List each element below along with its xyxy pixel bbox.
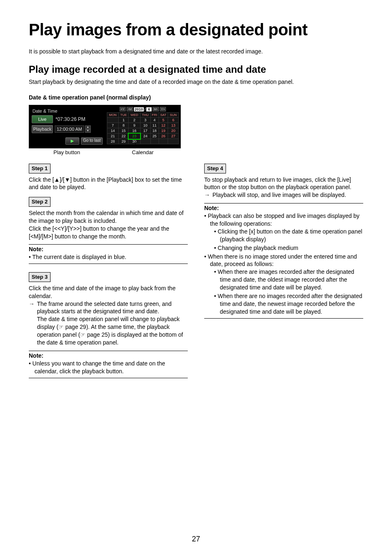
note3-b1a: Clicking the [x] button on the date & ti…: [220, 228, 363, 243]
note2-title: Note:: [29, 351, 188, 360]
calendar-selected-day[interactable]: 23: [129, 134, 140, 139]
section-title: Play image recorded at a designated time…: [29, 64, 363, 75]
date-time-panel: Date & Time Live *07:30:26 PM Playback 1…: [29, 105, 363, 155]
note1-bullet: The current date is displayed in blue.: [35, 253, 188, 261]
section-intro: Start playback by designating the time a…: [29, 79, 363, 85]
calendar-grid[interactable]: MON TUE WED THU FRI SAT SUN 123456 78910…: [107, 112, 179, 144]
note3-b1b: Changing the playback medium: [220, 244, 363, 252]
time-up-button[interactable]: ▲: [85, 125, 91, 129]
arrow-icon: →: [29, 300, 37, 347]
calendar-year: 2010: [134, 107, 144, 111]
page-title: Play images from a designated point: [29, 21, 363, 39]
play-button[interactable]: ▶: [65, 137, 79, 145]
step4-text: To stop playback and return to live imag…: [204, 176, 363, 192]
step1-label: Step 1: [29, 164, 51, 173]
callout-play-button: Play button: [29, 149, 105, 155]
step4-arrow-text: Playback will stop, and live images will…: [212, 191, 363, 199]
note3-title: Note:: [204, 203, 363, 212]
go-to-last-button[interactable]: Go to last: [81, 137, 103, 145]
panel-header: Date & Time: [32, 108, 103, 115]
live-button[interactable]: Live: [32, 115, 53, 123]
time-down-button[interactable]: ▼: [85, 129, 91, 133]
note3-b2b: When there are no images recorded after …: [220, 292, 363, 316]
step3-text3: The date & time operation panel will cha…: [37, 316, 183, 346]
note3-b2: When there is no image stored under the …: [210, 253, 363, 316]
page-number: 27: [0, 535, 392, 543]
year-next-button[interactable]: Y»: [160, 107, 166, 111]
step2-text1: Select the month from the calendar in wh…: [29, 209, 188, 225]
playback-button[interactable]: Playback: [32, 125, 53, 133]
step3-arrow-text: The frame around the selected date turns…: [37, 301, 172, 315]
live-time-value: *07:30:26 PM: [55, 116, 85, 122]
step1-text: Click the [▲]/[▼] button in the [Playbac…: [29, 176, 188, 192]
note3-b2a: When there are images recorded after the…: [220, 268, 363, 291]
step3-label: Step 3: [29, 272, 51, 282]
panel-caption: Date & time operation panel (normal disp…: [29, 94, 363, 101]
note3-b1: Playback can also be stopped and live im…: [210, 212, 363, 252]
year-prev-button[interactable]: «Y: [120, 107, 126, 111]
month-prev-button[interactable]: ‹M: [127, 107, 133, 111]
step2-text2: Click the [<<Y]/[Y>>] button to change t…: [29, 225, 188, 240]
playback-time-value: 12:00:00 AM: [55, 125, 84, 133]
note1-title: Note:: [29, 244, 188, 253]
arrow-icon: →: [204, 191, 212, 199]
step2-label: Step 2: [29, 197, 51, 207]
callout-calendar: Calendar: [105, 149, 181, 155]
calendar: «Y ‹M 2010 / 6 M› Y» MON TUE WED THU FRI…: [105, 105, 180, 148]
intro-text: It is possible to start playback from a …: [29, 48, 363, 55]
step4-label: Step 4: [204, 164, 226, 173]
month-next-button[interactable]: M›: [152, 107, 159, 111]
step3-text1: Click the time and date of the image to …: [29, 284, 188, 300]
calendar-month: 6: [146, 107, 152, 111]
note2-bullet: Unless you want to change the time and d…: [35, 360, 188, 375]
